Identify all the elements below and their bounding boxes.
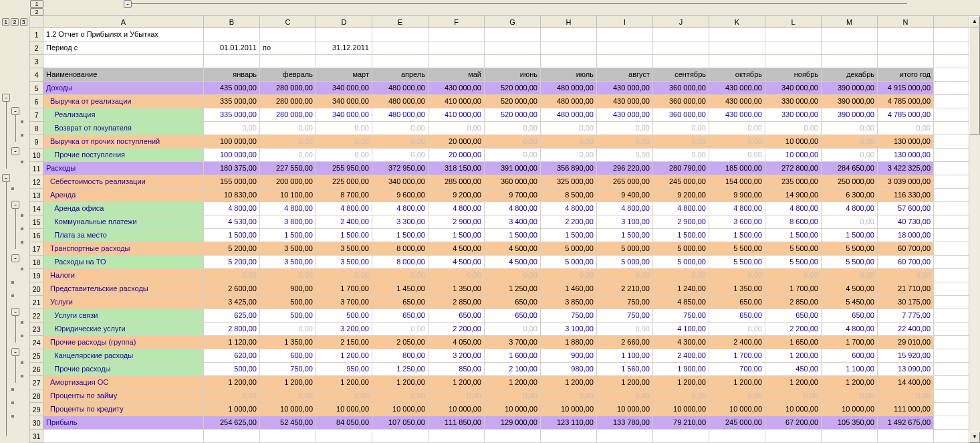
cell[interactable]: 3 700,00: [316, 296, 372, 309]
cell[interactable]: 4 800,00: [765, 202, 822, 215]
cell[interactable]: 8 000,00: [372, 242, 428, 256]
cell[interactable]: 1 500,00: [485, 229, 541, 242]
col-header-M[interactable]: M: [822, 16, 878, 27]
cell[interactable]: [428, 41, 485, 55]
cell[interactable]: 0,00: [316, 122, 372, 135]
cell[interactable]: 10 000,00: [765, 403, 822, 416]
cell[interactable]: 10 000,00: [428, 403, 485, 416]
cell[interactable]: [43, 55, 204, 68]
cell[interactable]: 900,00: [541, 349, 597, 363]
cell[interactable]: 250 000,00: [822, 175, 878, 189]
cell[interactable]: Амортизация ОС: [43, 376, 204, 389]
cell[interactable]: 3 800,00: [260, 215, 316, 229]
scroll-up-icon[interactable]: ▲: [969, 16, 980, 27]
scroll-down-icon[interactable]: ▼: [969, 432, 980, 443]
cell[interactable]: 5 000,00: [597, 256, 653, 269]
cell[interactable]: 1 200,00: [597, 376, 653, 389]
cell[interactable]: [372, 55, 428, 68]
cell[interactable]: 372 950,00: [372, 162, 428, 175]
cells-area[interactable]: 1.2 Отчет о Прибылях и УбыткахПериод с01…: [43, 28, 980, 443]
cell[interactable]: 800,00: [372, 349, 428, 363]
cell[interactable]: 111 000,00: [878, 403, 934, 416]
cell[interactable]: 4 785 000,00: [878, 108, 934, 122]
cell[interactable]: 1 200,00: [822, 376, 878, 389]
cell[interactable]: [765, 28, 822, 41]
col-header-L[interactable]: L: [765, 16, 822, 27]
cell[interactable]: 3 500,00: [316, 242, 372, 256]
cell[interactable]: 2 050,00: [372, 336, 428, 349]
row-header-8[interactable]: 8: [30, 122, 43, 135]
cell[interactable]: 1 450,00: [372, 282, 428, 296]
cell[interactable]: [372, 28, 428, 41]
cell[interactable]: 1 650,00: [765, 336, 822, 349]
cell[interactable]: 1 500,00: [260, 229, 316, 242]
cell[interactable]: Аренда офиса: [43, 202, 204, 215]
cell[interactable]: 356 890,00: [541, 162, 597, 175]
cell[interactable]: 133 780,00: [597, 416, 653, 430]
cell[interactable]: 950,00: [316, 363, 372, 376]
row-header-10[interactable]: 10: [30, 149, 43, 162]
cell[interactable]: 14 900,00: [765, 189, 822, 202]
cell[interactable]: [485, 430, 541, 443]
cell[interactable]: 245 000,00: [709, 416, 765, 430]
col-header-D[interactable]: D: [316, 16, 372, 27]
cell[interactable]: [260, 28, 316, 41]
cell[interactable]: июль: [541, 68, 597, 82]
cell[interactable]: 154 000,00: [709, 175, 765, 189]
cell[interactable]: 0,00: [485, 149, 541, 162]
row-header-24[interactable]: 24: [30, 336, 43, 349]
cell[interactable]: 520 000,00: [485, 82, 541, 95]
row-header-7[interactable]: 7: [30, 108, 43, 122]
cell[interactable]: апрель: [372, 68, 428, 82]
cell[interactable]: 280 000,00: [260, 82, 316, 95]
cell[interactable]: 15 920,00: [878, 349, 934, 363]
cell[interactable]: 22 400,00: [878, 323, 934, 336]
cell[interactable]: Аренда: [43, 189, 204, 202]
cell[interactable]: 650,00: [485, 309, 541, 323]
cell[interactable]: 4 800,00: [260, 202, 316, 215]
cell[interactable]: [260, 430, 316, 443]
cell[interactable]: 340 000,00: [316, 95, 372, 108]
cell[interactable]: 5 000,00: [541, 242, 597, 256]
cell[interactable]: итого год: [878, 68, 934, 82]
cell[interactable]: 1 200,00: [541, 376, 597, 389]
cell[interactable]: 430 000,00: [597, 95, 653, 108]
cell[interactable]: 1 200,00: [765, 349, 822, 363]
cell[interactable]: август: [597, 68, 653, 82]
cell[interactable]: 750,00: [597, 296, 653, 309]
cell[interactable]: 0,00: [485, 323, 541, 336]
row-header-12[interactable]: 12: [30, 175, 43, 189]
cell[interactable]: [765, 41, 822, 55]
cell[interactable]: 480 000,00: [372, 95, 428, 108]
cell[interactable]: 650,00: [765, 309, 822, 323]
cell[interactable]: 155 000,00: [204, 175, 260, 189]
cell[interactable]: 130 000,00: [878, 149, 934, 162]
cell[interactable]: 330 000,00: [765, 108, 822, 122]
cell[interactable]: 5 500,00: [709, 242, 765, 256]
cell[interactable]: Выручка от прочих поступлений: [43, 135, 204, 149]
cell[interactable]: 750,00: [260, 363, 316, 376]
cell[interactable]: [428, 28, 485, 41]
cell[interactable]: 0,00: [597, 135, 653, 149]
cell[interactable]: 2 200,00: [428, 323, 485, 336]
outline-toggle[interactable]: -: [11, 147, 19, 155]
row-header-20[interactable]: 20: [30, 282, 43, 296]
cell[interactable]: декабрь: [822, 68, 878, 82]
cell[interactable]: 2 850,00: [765, 296, 822, 309]
outline-toggle[interactable]: -: [11, 348, 19, 356]
cell[interactable]: [709, 41, 765, 55]
cell[interactable]: [541, 41, 597, 55]
cell[interactable]: 9 600,00: [372, 189, 428, 202]
cell[interactable]: 480 000,00: [372, 82, 428, 95]
cell[interactable]: [878, 28, 934, 41]
cell[interactable]: 4 800,00: [485, 202, 541, 215]
cell[interactable]: 1 100,00: [822, 363, 878, 376]
cell[interactable]: февраль: [260, 68, 316, 82]
cell[interactable]: 0,00: [316, 135, 372, 149]
cell[interactable]: 0,00: [709, 149, 765, 162]
cell[interactable]: 2 400,00: [709, 336, 765, 349]
cell[interactable]: [316, 430, 372, 443]
cell[interactable]: 0,00: [316, 149, 372, 162]
cell[interactable]: 3 300,00: [372, 215, 428, 229]
cell[interactable]: 245 000,00: [653, 175, 709, 189]
